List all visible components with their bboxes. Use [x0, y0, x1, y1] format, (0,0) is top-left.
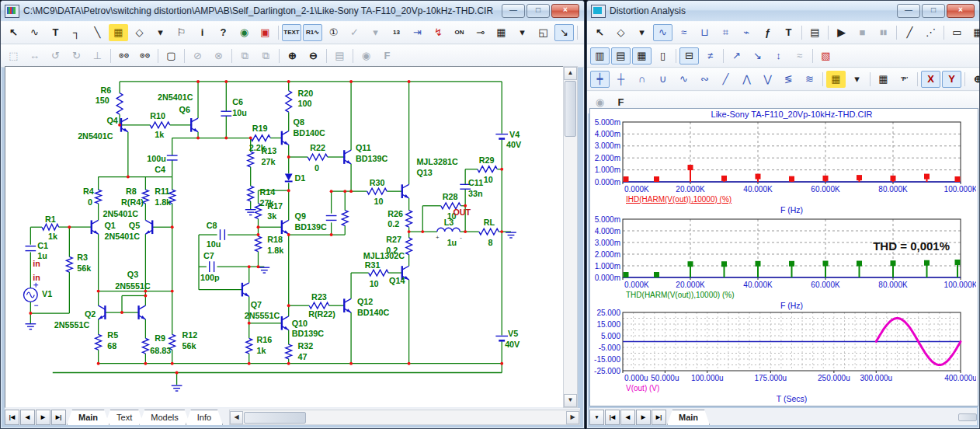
horizontal-grid-icon[interactable]: ▤	[611, 47, 631, 65]
zoom-in-icon[interactable]: ⊕	[968, 71, 980, 88]
waveform-icon[interactable]: ≋	[800, 71, 819, 88]
smooth-icon[interactable]: ≈	[790, 47, 809, 65]
digital-ground-icon[interactable]: ▣	[255, 24, 275, 41]
presentation-icon[interactable]: ▢	[162, 47, 181, 65]
numeric-output-icon[interactable]: ▦	[874, 71, 893, 88]
pin-connection-toggle[interactable]: ⊸	[471, 24, 490, 41]
page-nav-button[interactable]: ▶|	[51, 410, 66, 425]
function-icon[interactable]: ƒ	[758, 24, 777, 41]
copy-front-icon[interactable]: ⧉	[235, 47, 255, 65]
scroll-up-button[interactable]: ▲	[564, 67, 577, 80]
cursor-left-icon[interactable]: ↗	[727, 47, 746, 65]
page-nav-button[interactable]: ▶	[36, 410, 50, 425]
select-region-icon[interactable]: ▭	[947, 24, 967, 41]
data-points-icon[interactable]: ≠	[700, 47, 720, 65]
tab-text[interactable]: Text	[105, 410, 144, 425]
page-nav-button[interactable]: ▾	[589, 410, 604, 425]
grid-dropdown-icon[interactable]: ▾	[513, 24, 532, 41]
dotted-line-icon[interactable]: ⋰	[921, 24, 940, 41]
flip-x-icon[interactable]: ↔	[25, 47, 44, 65]
schematic-vscrollbar[interactable]: ▲ ▼	[563, 66, 578, 408]
tab-main[interactable]: Main	[667, 410, 710, 425]
no-grid-icon[interactable]: ▯	[653, 47, 672, 65]
page-nav-button[interactable]: ▶	[636, 410, 651, 425]
border-toggle[interactable]: ◱	[533, 24, 553, 41]
right-titlebar[interactable]: Distortion Analysis — □ ×	[587, 1, 979, 21]
schematic-canvas[interactable]: +-R61502N5401CR101kQ6Q42N5401CC610uR192.…	[5, 66, 564, 408]
mirror-icon[interactable]: ⊥	[88, 47, 107, 65]
box-select-icon[interactable]: ⬚	[4, 47, 23, 65]
vertical-grid-icon[interactable]: ▥	[590, 47, 610, 65]
vertical-cursor-icon[interactable]: ┼	[611, 71, 631, 88]
page-nav-button[interactable]: |◀	[5, 410, 19, 425]
stop-icon[interactable]: ■	[853, 24, 872, 41]
gt-lt-icon[interactable]: ≶	[779, 71, 798, 88]
data-grid-icon[interactable]: ▦	[968, 24, 980, 41]
scroll-right-button[interactable]: ▶	[566, 411, 579, 424]
clear-errors-icon[interactable]: ⊗	[209, 47, 228, 65]
text-visibility-toggle[interactable]: TEXT	[282, 24, 301, 41]
low-icon[interactable]: ∾	[695, 71, 714, 88]
cursor-mode-icon[interactable]: ≈	[674, 24, 693, 41]
tab-models[interactable]: Models	[139, 410, 189, 425]
find-icon[interactable]: ⊙⊙	[114, 47, 134, 65]
xy-scale-icon[interactable]: ▧	[816, 47, 836, 65]
peak-icon[interactable]: ∩	[632, 71, 652, 88]
vip-toggle[interactable]: ✓	[345, 24, 364, 41]
high-icon[interactable]: ∿	[674, 71, 693, 88]
global-low-icon[interactable]: ⋁	[758, 71, 777, 88]
valley-icon[interactable]: ∪	[653, 71, 672, 88]
hscroll-thumb[interactable]	[244, 412, 306, 424]
slope-icon[interactable]: ⌁	[737, 24, 756, 41]
shape-tool-icon[interactable]: ◇	[130, 24, 149, 41]
tab-info[interactable]: Info	[186, 410, 223, 425]
condition-display-toggle[interactable]: ON	[450, 24, 469, 41]
scroll-down-button[interactable]: ▼	[564, 394, 577, 407]
pin-numbers-toggle[interactable]: 13	[387, 24, 406, 41]
grid-toggle[interactable]: ▦	[492, 24, 511, 41]
cursor-mode-icon[interactable]: ↘	[554, 24, 574, 41]
info-tool-icon[interactable]: i	[193, 24, 212, 41]
shape-dropdown-icon[interactable]: ▾	[151, 24, 170, 41]
run-icon[interactable]: ▶	[832, 24, 851, 41]
select-tool-icon[interactable]: ↖	[4, 24, 23, 41]
globe-icon[interactable]: ◉	[356, 47, 376, 65]
zoom-out-icon[interactable]: ⊖	[304, 47, 323, 65]
page-nav-button[interactable]: ◀	[20, 410, 35, 425]
power-display-toggle[interactable]: ↯	[429, 24, 448, 41]
cursor-right-icon[interactable]: ↘	[748, 47, 767, 65]
attribute-visibility-toggle[interactable]: R1∿	[303, 24, 322, 41]
box-mode-icon[interactable]: ⊔	[695, 24, 714, 41]
zoom-in-icon[interactable]: ⊕	[283, 47, 302, 65]
component-tool-icon[interactable]: ∿	[25, 24, 44, 41]
scope-mode-icon[interactable]: ∿	[653, 24, 672, 41]
maximize-button[interactable]: □	[922, 4, 945, 18]
shape-dropdown-icon[interactable]: ▾	[632, 24, 652, 41]
page-nav-button[interactable]: ◀	[620, 410, 635, 425]
node-numbers-toggle[interactable]: ①	[324, 24, 343, 41]
vscroll-thumb[interactable]	[565, 81, 576, 137]
select-tool-icon[interactable]: ↖	[590, 24, 610, 41]
copy-back-icon[interactable]: ⧉	[256, 47, 276, 65]
vip-dropdown-icon[interactable]: ▾	[366, 24, 385, 41]
global-high-icon[interactable]: ⋀	[737, 71, 756, 88]
line-icon[interactable]: ╱	[900, 24, 919, 41]
resize-grip[interactable]	[958, 413, 977, 421]
page-nav-button[interactable]: ▶|	[652, 410, 666, 425]
find-part-icon[interactable]: ▦	[109, 24, 128, 41]
maximize-button[interactable]: □	[526, 4, 550, 18]
font-icon[interactable]: F	[377, 47, 397, 65]
inflection-icon[interactable]: ╱	[716, 71, 735, 88]
close-button[interactable]: ×	[947, 4, 975, 18]
close-button[interactable]: ×	[551, 4, 579, 18]
wire-tool-icon[interactable]: ┐	[67, 24, 86, 41]
rotate-cw-icon[interactable]: ↻	[67, 47, 86, 65]
scroll-left-button[interactable]: ◀	[230, 411, 243, 424]
schematic-hscrollbar[interactable]: ◀ ▶	[229, 410, 580, 425]
shape-tool-icon[interactable]: ◇	[611, 24, 631, 41]
axes-icon[interactable]: ⌗	[716, 24, 735, 41]
left-titlebar[interactable]: C:\MC9\DATA\Petrov\switching distortion\…	[1, 1, 584, 21]
branch-dropdown-icon[interactable]: ▾	[847, 71, 867, 88]
page-nav-button[interactable]: |◀	[605, 410, 620, 425]
x-scale-icon[interactable]: X	[921, 71, 940, 88]
